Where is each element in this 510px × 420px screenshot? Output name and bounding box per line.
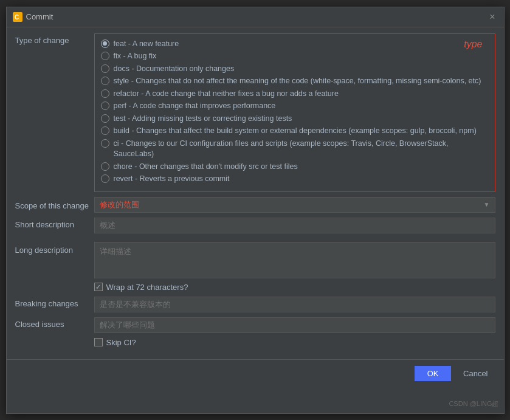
radio-docs[interactable]: docs - Documentation only changes [101,64,489,75]
radio-refactor-input[interactable] [101,89,109,98]
type-overlay-label: type [464,39,482,50]
skip-ci-label: Skip CI? [106,338,136,347]
scope-label: Scope of this change [15,199,94,210]
radio-test-input[interactable] [101,114,109,123]
long-desc-row: Long description Wrap at 72 characters? [15,242,495,292]
type-of-change-label: Type of change [15,33,94,45]
closed-issues-content [94,317,495,333]
breaking-changes-input[interactable] [94,297,495,312]
type-of-change-row: Type of change type feat - A new feature… [15,33,495,192]
long-desc-label: Long description [15,242,94,255]
scope-content: 修改的范围 ▼ [94,197,495,213]
radio-perf-label: perf - A code change that improves perfo… [114,101,276,112]
wrap-checkbox[interactable] [94,283,103,291]
radio-revert-input[interactable] [101,174,109,183]
wrap-label: Wrap at 72 characters? [106,283,188,292]
radio-revert-label: revert - Reverts a previous commit [114,174,230,185]
type-of-change-box: type feat - A new feature fix - A bug fi… [94,33,495,192]
radio-perf[interactable]: perf - A code change that improves perfo… [101,101,489,112]
type-of-change-content: type feat - A new feature fix - A bug fi… [94,33,495,192]
short-desc-row: Short description [15,218,495,233]
radio-chore-input[interactable] [101,162,109,171]
short-desc-input[interactable] [94,218,495,233]
title-bar-left: C Commit [13,12,53,22]
closed-issues-row: Closed issues [15,317,495,333]
radio-build[interactable]: build - Changes that affect the build sy… [101,126,489,137]
closed-issues-input[interactable] [94,317,495,333]
radio-ci-input[interactable] [101,139,109,148]
radio-feat-input[interactable] [101,40,109,48]
long-desc-content: Wrap at 72 characters? [94,242,495,292]
radio-docs-label: docs - Documentation only changes [114,64,235,75]
title-bar: C Commit × [7,7,504,27]
radio-fix-input[interactable] [101,52,109,60]
short-desc-label: Short description [15,218,94,229]
svg-text:C: C [15,14,19,21]
breaking-changes-label: Breaking changes [15,297,94,308]
wrap-check-row: Wrap at 72 characters? [94,283,495,292]
radio-fix-label: fix - A bug fix [114,51,157,62]
radio-test[interactable]: test - Adding missing tests or correctin… [101,114,489,125]
ok-button[interactable]: OK [415,366,451,381]
radio-build-label: build - Changes that affect the build sy… [114,126,477,137]
scope-value: 修改的范围 [100,199,139,210]
breaking-changes-row: Breaking changes [15,297,495,312]
skip-ci-checkbox[interactable] [94,338,103,346]
closed-issues-label: Closed issues [15,317,94,329]
commit-dialog: C Commit × Type of change type feat - A … [6,7,505,414]
scope-dropdown[interactable]: 修改的范围 ▼ [94,197,495,213]
radio-build-input[interactable] [101,126,109,135]
scope-row: Scope of this change 修改的范围 ▼ [15,197,495,213]
long-desc-input[interactable] [94,242,495,278]
radio-ci[interactable]: ci - Changes to our CI configuration fil… [101,139,489,160]
close-button[interactable]: × [487,11,497,23]
cancel-button[interactable]: Cancel [456,366,495,381]
short-desc-content [94,218,495,233]
dialog-body: Type of change type feat - A new feature… [7,27,504,353]
radio-docs-input[interactable] [101,64,109,73]
button-row: OK Cancel [7,359,504,387]
radio-style[interactable]: style - Changes that do not affect the m… [101,76,489,87]
radio-refactor[interactable]: refactor - A code change that neither fi… [101,89,489,100]
breaking-changes-content [94,297,495,312]
dropdown-arrow-icon: ▼ [484,201,490,208]
radio-test-label: test - Adding missing tests or correctin… [114,114,292,125]
dialog-title: Commit [26,12,53,21]
radio-refactor-label: refactor - A code change that neither fi… [114,89,339,100]
radio-style-input[interactable] [101,77,109,85]
app-icon: C [13,12,22,22]
radio-perf-input[interactable] [101,102,109,110]
radio-revert[interactable]: revert - Reverts a previous commit [101,174,489,185]
radio-chore[interactable]: chore - Other changes that don't modify … [101,162,489,173]
radio-feat[interactable]: feat - A new feature [101,39,489,50]
radio-style-label: style - Changes that do not affect the m… [114,76,481,87]
radio-fix[interactable]: fix - A bug fix [101,51,489,62]
radio-chore-label: chore - Other changes that don't modify … [114,162,298,173]
radio-ci-label: ci - Changes to our CI configuration fil… [114,139,489,160]
watermark: CSDN @LING超 [449,399,498,408]
skip-ci-row: Skip CI? [15,338,495,347]
radio-feat-label: feat - A new feature [114,39,179,50]
